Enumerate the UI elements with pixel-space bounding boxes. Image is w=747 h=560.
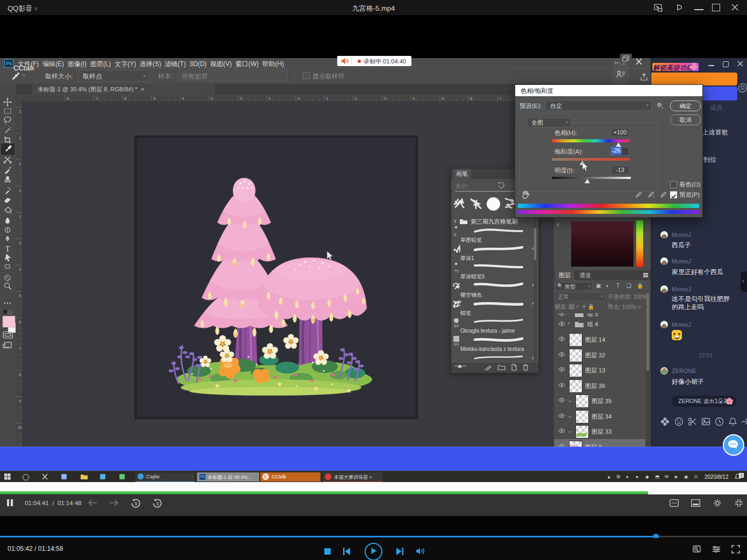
svg-text:2: 2 xyxy=(19,109,21,114)
svg-text:4: 4 xyxy=(412,96,415,101)
svg-text:S: S xyxy=(156,501,159,506)
svg-text:7: 7 xyxy=(499,96,502,101)
svg-text:1: 1 xyxy=(268,96,271,101)
svg-text:5: 5 xyxy=(153,96,156,101)
svg-text:8: 8 xyxy=(67,96,69,101)
svg-text:6: 6 xyxy=(470,96,473,101)
svg-text:3: 3 xyxy=(384,96,387,101)
svg-text:9: 9 xyxy=(19,399,21,404)
svg-text:7: 7 xyxy=(19,346,21,351)
svg-text:+: + xyxy=(653,195,654,199)
svg-text:2: 2 xyxy=(19,214,21,219)
svg-text:4: 4 xyxy=(19,267,21,272)
svg-text:1: 1 xyxy=(326,96,329,101)
svg-text:5: 5 xyxy=(442,96,444,101)
svg-text:8: 8 xyxy=(19,372,21,377)
svg-text:0: 0 xyxy=(297,96,300,101)
svg-text:4: 4 xyxy=(182,96,184,101)
svg-text:2: 2 xyxy=(355,96,358,101)
svg-text:7: 7 xyxy=(96,96,98,101)
svg-text:1: 1 xyxy=(19,135,21,140)
svg-text:5: 5 xyxy=(19,293,21,298)
svg-text:T: T xyxy=(5,245,10,253)
svg-text:2: 2 xyxy=(240,96,243,101)
svg-text:3: 3 xyxy=(19,241,21,246)
svg-text:5: 5 xyxy=(134,501,137,506)
svg-text:6: 6 xyxy=(124,96,127,101)
svg-text:6: 6 xyxy=(19,320,21,325)
svg-text:-: - xyxy=(665,195,667,199)
svg-text:0: 0 xyxy=(19,162,21,167)
svg-text:3: 3 xyxy=(211,96,214,101)
svg-text:1: 1 xyxy=(19,188,21,193)
svg-text:10: 10 xyxy=(18,425,22,430)
